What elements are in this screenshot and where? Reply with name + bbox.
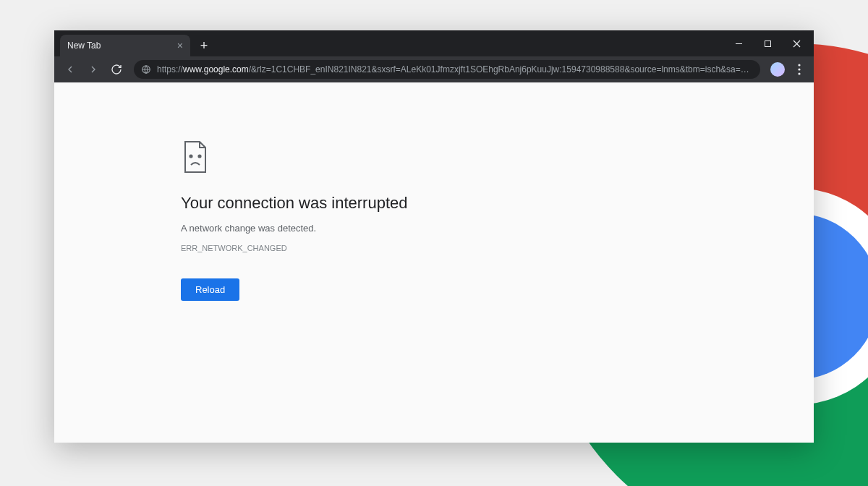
browser-window: New Tab × + <box>54 30 814 443</box>
address-bar[interactable]: https://www.google.com/&rlz=1C1CHBF_enIN… <box>134 60 760 79</box>
sad-page-icon <box>181 140 814 176</box>
forward-button[interactable] <box>83 59 103 80</box>
error-heading: Your connection was interrupted <box>181 194 814 213</box>
new-tab-button[interactable]: + <box>195 36 213 55</box>
close-window-button[interactable] <box>782 33 811 54</box>
toolbar: https://www.google.com/&rlz=1C1CHBF_enIN… <box>54 56 814 82</box>
window-controls <box>724 30 811 56</box>
maximize-button[interactable] <box>753 33 782 54</box>
error-subtext: A network change was detected. <box>181 223 814 234</box>
url-path: /&rlz=1C1CHBF_enIN821IN821&sxsrf=ALeKk01… <box>249 64 753 74</box>
svg-point-9 <box>190 155 192 157</box>
back-button[interactable] <box>60 59 80 80</box>
close-tab-icon[interactable]: × <box>177 40 183 51</box>
error-code: ERR_NETWORK_CHANGED <box>181 244 814 252</box>
site-info-icon[interactable] <box>141 64 151 74</box>
url-host: www.google.com <box>183 64 249 74</box>
browser-tab[interactable]: New Tab × <box>60 35 190 56</box>
menu-button[interactable] <box>791 61 808 78</box>
url-text: https://www.google.com/&rlz=1C1CHBF_enIN… <box>157 64 753 74</box>
svg-point-10 <box>198 155 200 157</box>
error-page: Your connection was interrupted A networ… <box>54 82 814 443</box>
svg-point-8 <box>798 72 800 74</box>
reload-nav-button[interactable] <box>106 59 127 80</box>
svg-rect-1 <box>765 40 770 46</box>
reload-button[interactable]: Reload <box>181 278 239 301</box>
tab-strip: New Tab × + <box>54 30 814 56</box>
tab-title: New Tab <box>67 40 101 51</box>
minimize-button[interactable] <box>724 33 753 54</box>
profile-avatar[interactable] <box>770 62 785 77</box>
svg-point-6 <box>798 64 800 66</box>
url-scheme: https:// <box>157 64 183 74</box>
svg-point-7 <box>798 68 800 70</box>
